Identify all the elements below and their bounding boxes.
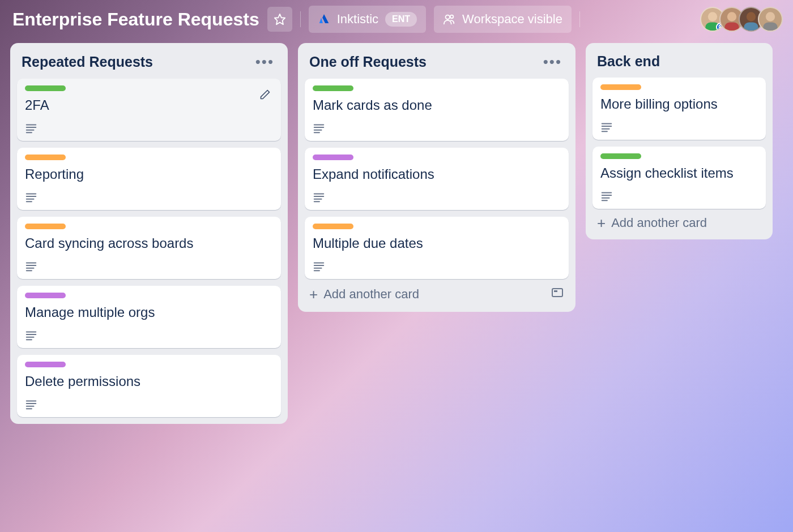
people-icon: [443, 13, 455, 25]
description-icon: [25, 122, 37, 134]
card[interactable]: Multiple due dates: [305, 217, 569, 279]
separator: [300, 11, 301, 27]
description-icon: [313, 191, 325, 203]
card-label[interactable]: [25, 293, 66, 298]
card-title: Expand notifications: [313, 166, 561, 183]
list-header: Repeated Requests•••: [16, 50, 282, 79]
star-button[interactable]: [267, 7, 292, 32]
workspace-chip[interactable]: Inktistic ENT: [309, 6, 426, 33]
add-card-button[interactable]: +Add another card: [591, 209, 767, 233]
card-badges: [313, 191, 561, 203]
svg-point-1: [446, 15, 450, 19]
svg-rect-43: [552, 289, 562, 297]
card-badges: [313, 122, 561, 134]
card-title: More billing options: [600, 96, 758, 113]
board-header: Enterprise Feature Requests Inktistic EN…: [0, 0, 793, 38]
description-icon: [600, 190, 613, 202]
board-members[interactable]: [701, 7, 783, 32]
card[interactable]: More billing options: [592, 78, 766, 140]
svg-point-5: [727, 12, 736, 21]
card[interactable]: Card syncing across boards: [17, 217, 281, 279]
svg-point-3: [708, 12, 717, 21]
card-label[interactable]: [25, 155, 66, 160]
card-title: Manage multiple orgs: [25, 304, 273, 321]
description-icon: [25, 260, 37, 272]
list[interactable]: One off Requests•••Mark cards as doneExp…: [298, 43, 575, 312]
separator: [579, 11, 580, 27]
card[interactable]: Delete permissions: [17, 355, 281, 417]
card-title: Multiple due dates: [313, 235, 561, 252]
card-template-button[interactable]: [551, 286, 564, 303]
card-badges: [25, 398, 273, 410]
card-label[interactable]: [313, 224, 353, 229]
atlassian-icon: [318, 13, 330, 25]
svg-marker-0: [275, 14, 285, 24]
card-badges: [25, 191, 273, 203]
description-icon: [25, 191, 37, 203]
card[interactable]: 2FA: [17, 79, 281, 141]
avatar[interactable]: [758, 7, 783, 32]
card-title: 2FA: [25, 97, 273, 114]
card-list: Mark cards as doneExpand notificationsMu…: [304, 79, 570, 279]
card-label[interactable]: [25, 362, 66, 367]
add-card-button[interactable]: +Add another card: [304, 279, 570, 305]
list-header: One off Requests•••: [304, 50, 570, 79]
add-card-label: Add another card: [611, 216, 707, 230]
description-icon: [25, 398, 37, 410]
card-title: Assign checklist items: [600, 165, 758, 182]
card-badges: [600, 190, 758, 202]
svg-rect-8: [744, 22, 758, 31]
card-title: Mark cards as done: [313, 97, 561, 114]
svg-point-2: [450, 15, 454, 19]
board-canvas[interactable]: Repeated Requests•••2FAReportingCard syn…: [0, 38, 793, 532]
description-icon: [313, 260, 325, 272]
card-title: Card syncing across boards: [25, 235, 273, 252]
list-title[interactable]: Back end: [597, 53, 660, 70]
svg-rect-10: [763, 22, 777, 31]
board-title[interactable]: Enterprise Feature Requests: [12, 9, 259, 30]
card-label[interactable]: [25, 85, 66, 91]
list-header: Back end: [591, 50, 767, 78]
card[interactable]: Assign checklist items: [592, 147, 766, 209]
visibility-chip[interactable]: Workspace visible: [434, 6, 572, 33]
card-label[interactable]: [313, 85, 353, 91]
card-badges: [313, 260, 561, 272]
description-icon: [600, 121, 613, 133]
visibility-label: Workspace visible: [462, 12, 562, 27]
list-menu-button[interactable]: •••: [253, 53, 276, 71]
list-title[interactable]: One off Requests: [309, 54, 427, 70]
workspace-plan-badge: ENT: [385, 12, 417, 27]
card-badges: [25, 329, 273, 341]
svg-rect-6: [724, 22, 739, 31]
board-app: Enterprise Feature Requests Inktistic EN…: [0, 0, 793, 532]
add-card-label: Add another card: [323, 287, 419, 302]
list-menu-button[interactable]: •••: [541, 53, 564, 71]
card-label[interactable]: [313, 155, 353, 160]
svg-rect-44: [554, 290, 557, 292]
svg-point-9: [766, 12, 775, 21]
card[interactable]: Reporting: [17, 148, 281, 210]
card-badges: [600, 121, 758, 133]
list[interactable]: Repeated Requests•••2FAReportingCard syn…: [10, 43, 288, 424]
card-title: Reporting: [25, 166, 273, 183]
plus-icon: +: [597, 216, 606, 230]
card-title: Delete permissions: [25, 373, 273, 390]
card-list: More billing optionsAssign checklist ite…: [591, 78, 767, 209]
star-icon: [274, 13, 286, 25]
edit-card-button[interactable]: [256, 85, 274, 104]
list[interactable]: Back endMore billing optionsAssign check…: [586, 43, 773, 239]
card-badges: [25, 122, 273, 134]
plus-icon: +: [309, 287, 318, 302]
card[interactable]: Mark cards as done: [305, 79, 569, 141]
card[interactable]: Expand notifications: [305, 148, 569, 210]
svg-point-7: [747, 12, 756, 21]
description-icon: [313, 122, 325, 134]
description-icon: [25, 329, 37, 341]
card-label[interactable]: [25, 224, 66, 229]
card[interactable]: Manage multiple orgs: [17, 286, 281, 348]
card-label[interactable]: [600, 84, 641, 90]
card-badges: [25, 260, 273, 272]
card-label[interactable]: [600, 153, 641, 159]
list-title[interactable]: Repeated Requests: [22, 54, 153, 70]
workspace-name: Inktistic: [337, 12, 378, 27]
